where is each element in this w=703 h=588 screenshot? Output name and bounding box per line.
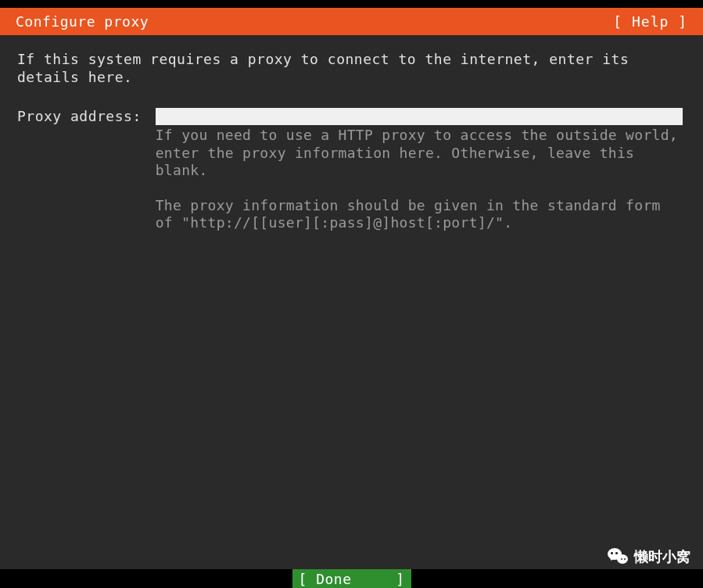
watermark-text: 懒时小窝 (634, 547, 690, 566)
wechat-icon (608, 548, 628, 565)
done-button-left: [ Done (299, 571, 352, 587)
watermark: 懒时小窝 (608, 547, 690, 566)
header-bar: Configure proxy [ Help ] (0, 8, 703, 35)
proxy-field-column: If you need to use a HTTP proxy to acces… (156, 108, 683, 232)
help-button[interactable]: [ Help ] (613, 13, 687, 30)
proxy-help-text-1: If you need to use a HTTP proxy to acces… (156, 127, 683, 180)
done-button-right: ] (396, 571, 404, 587)
footer-bar: [ Done ] (0, 569, 703, 588)
main-content: If this system requires a proxy to conne… (0, 35, 703, 232)
done-button[interactable]: [ Done ] (292, 569, 411, 588)
proxy-help-text-2: The proxy information should be given in… (156, 197, 683, 232)
page-title: Configure proxy (16, 13, 149, 30)
window-top-border (0, 0, 703, 8)
proxy-address-label: Proxy address: (17, 108, 156, 124)
instruction-text: If this system requires a proxy to conne… (17, 51, 686, 86)
proxy-address-input[interactable] (156, 108, 683, 125)
proxy-address-row: Proxy address: If you need to use a HTTP… (17, 108, 686, 232)
